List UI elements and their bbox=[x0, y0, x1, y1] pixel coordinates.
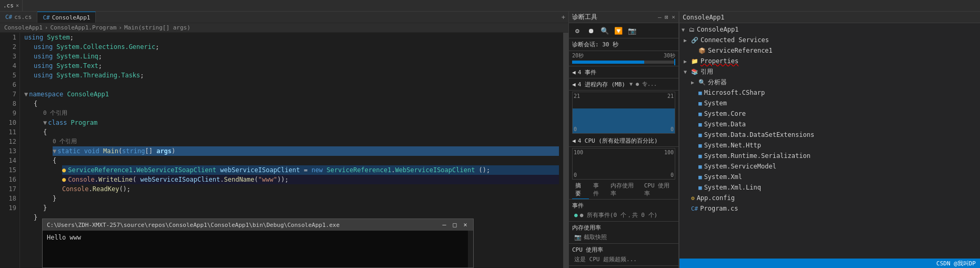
tree-item-system-net[interactable]: ■ System.Net.Http bbox=[679, 140, 980, 151]
expand-svcref bbox=[691, 48, 697, 54]
tree-item-system-svcmodel[interactable]: ■ System.ServiceModel bbox=[679, 161, 980, 172]
tab-cs-label[interactable]: .cs bbox=[3, 2, 14, 9]
tree-item-system-data-ext[interactable]: ■ System.Data.DataSetExtensions bbox=[679, 130, 980, 140]
icon-system-runtime: ■ bbox=[698, 153, 702, 160]
expand-system-runtime bbox=[691, 153, 697, 159]
tab-left-label: .cs × bbox=[0, 0, 23, 11]
cpu-hint-text: 这是 CPU 超频超频... bbox=[574, 255, 637, 263]
icon-root: 🗂 bbox=[689, 26, 695, 33]
tree-item-system-data[interactable]: ■ System.Data bbox=[679, 119, 980, 130]
tree-item-system-xml[interactable]: ■ System.Xml bbox=[679, 172, 980, 182]
timeline-indicator bbox=[674, 59, 675, 65]
tree-label-system-svcmodel: System.ServiceModel bbox=[704, 163, 776, 170]
expand-ms-csharp bbox=[691, 90, 697, 96]
tree-label-system-xml: System.Xml bbox=[704, 173, 742, 181]
icon-ms-csharp: ■ bbox=[698, 90, 702, 96]
diag-btn-settings[interactable]: ⚙ bbox=[572, 25, 583, 36]
tree-label-properties: Properties bbox=[701, 57, 738, 65]
diag-events-expand: ◀ bbox=[572, 69, 576, 76]
code-line-7: ▼ namespace ConsoleApp1 bbox=[24, 90, 559, 99]
diag-screenshot-btn[interactable]: 📷 截取快照 bbox=[572, 232, 675, 242]
tree-item-program-cs[interactable]: C# Program.cs bbox=[679, 203, 980, 214]
diag-memory-section: ◀ 4 进程内存 (MB) ▼ ● 专... bbox=[569, 78, 678, 91]
diag-events-bottom-header: 事件 bbox=[572, 201, 675, 210]
breadcrumb-class[interactable]: ConsoleApp1.Program bbox=[50, 24, 116, 31]
solution-explorer: ConsoleApp1 ▼ 🗂 ConsoleApp1 ▶ 🔗 Connecte… bbox=[679, 12, 980, 268]
expand-system-data bbox=[691, 122, 697, 127]
memory-max-left: 21 bbox=[574, 93, 580, 99]
diag-cpu-header[interactable]: ◀ 4 CPU (所有处理器的百分比) bbox=[572, 136, 675, 145]
tree-item-connected-services[interactable]: ▶ 🔗 Connected Services bbox=[679, 35, 980, 45]
expand-connected: ▶ bbox=[684, 37, 690, 43]
cpu-chart-container: 100 100 0 0 bbox=[569, 147, 678, 181]
screenshot-label: 截取快照 bbox=[584, 233, 607, 241]
tree-item-service-ref[interactable]: 📦 ServiceReference1 bbox=[679, 45, 980, 56]
diag-tab-memory[interactable]: 内存使用率 bbox=[607, 181, 639, 199]
tree-label-system-xml-linq: System.Xml.Linq bbox=[704, 184, 761, 191]
icon-system-data: ■ bbox=[698, 121, 702, 128]
diag-tab-summary[interactable]: 摘要 bbox=[572, 181, 589, 199]
diag-tab-events[interactable]: 事件 bbox=[590, 181, 607, 199]
tree-item-app-config[interactable]: ⚙ App.config bbox=[679, 193, 980, 203]
tree-label-app-config: App.config bbox=[697, 194, 735, 202]
solution-header: ConsoleApp1 bbox=[679, 12, 980, 23]
console-close-btn[interactable]: × bbox=[462, 221, 469, 229]
tree-item-properties[interactable]: ▶ 📁 Properties bbox=[679, 56, 980, 66]
code-line-9: ▼ class Program bbox=[43, 118, 559, 127]
tree-item-system[interactable]: ■ System bbox=[679, 98, 980, 108]
memory-max-right: 21 bbox=[667, 93, 674, 99]
cpu-max-left: 100 bbox=[574, 150, 583, 155]
tab-active-icon: C# bbox=[43, 14, 49, 21]
tree-item-root[interactable]: ▼ 🗂 ConsoleApp1 bbox=[679, 24, 980, 35]
expand-system-data-ext bbox=[691, 132, 697, 138]
diag-btn-record[interactable]: ⏺ bbox=[586, 25, 596, 36]
breadcrumb-method[interactable]: Main(string[] args) bbox=[124, 24, 191, 31]
expand-analyzer: ▶ bbox=[691, 80, 697, 85]
tree-item-refs[interactable]: ▼ 📚 引用 bbox=[679, 66, 980, 77]
timeline-bar[interactable] bbox=[572, 61, 675, 64]
solution-tree[interactable]: ▼ 🗂 ConsoleApp1 ▶ 🔗 Connected Services 📦… bbox=[679, 23, 980, 259]
code-line-ref1: 0 个引用 bbox=[43, 108, 559, 118]
expand-program-cs bbox=[684, 206, 690, 212]
diag-cpu-bottom: CPU 使用率 这是 CPU 超频超频... bbox=[569, 244, 678, 266]
code-line-5: using System.Threading.Tasks; bbox=[34, 71, 559, 80]
diag-tab-cpu[interactable]: CPU 使用率 bbox=[641, 181, 675, 199]
diag-memory-header[interactable]: ◀ 4 进程内存 (MB) ▼ ● 专... bbox=[572, 80, 675, 89]
editor-scrollbar[interactable] bbox=[563, 33, 568, 268]
new-tab-btn[interactable]: + bbox=[558, 14, 568, 21]
tree-item-system-runtime[interactable]: ■ System.Runtime.Serialization bbox=[679, 151, 980, 161]
diag-btn-screenshot[interactable]: 📷 bbox=[627, 25, 637, 36]
tree-item-ms-csharp[interactable]: ■ Microsoft.CSharp bbox=[679, 87, 980, 98]
console-minimize-btn[interactable]: — bbox=[441, 221, 448, 229]
icon-program-cs: C# bbox=[691, 205, 698, 212]
tab-active-file[interactable]: C# ConsoleApp1 bbox=[37, 12, 96, 23]
tree-item-system-core[interactable]: ■ System.Core bbox=[679, 108, 980, 119]
diag-events-header[interactable]: ◀ 4 事件 bbox=[572, 67, 675, 77]
code-editor[interactable]: 12345 6789 101112 1314151617 1819 using … bbox=[0, 33, 568, 268]
diagnostics-panel: 诊断工具 — ⊠ × ⚙ ⏺ 🔍 🔽 📷 诊断会话: 30 秒 20秒 30秒 bbox=[568, 12, 679, 268]
code-line-14: ● Console. WriteLine( webServiceISoapCli… bbox=[62, 175, 559, 184]
code-line-6 bbox=[24, 80, 559, 90]
tab-cs-file[interactable]: C# cs.cs bbox=[0, 12, 37, 23]
tab-file-icon: C# bbox=[5, 14, 12, 21]
icon-system-data-ext: ■ bbox=[698, 132, 702, 138]
diag-memory-usage-label: 内存使用率 bbox=[572, 224, 601, 232]
diag-pin-btn[interactable]: — ⊠ × bbox=[658, 14, 675, 21]
diag-btn-search[interactable]: 🔍 bbox=[599, 25, 610, 36]
console-scrollbar[interactable] bbox=[468, 231, 473, 267]
editor-tab-bar: C# cs.cs C# ConsoleApp1 + bbox=[0, 12, 568, 23]
diag-btn-filter[interactable]: 🔽 bbox=[613, 25, 624, 36]
timeline-fill bbox=[572, 61, 644, 64]
memory-chart-container: 21 21 0 0 bbox=[569, 91, 678, 135]
icon-system-xml-linq: ■ bbox=[698, 184, 702, 191]
console-maximize-btn[interactable]: □ bbox=[451, 221, 458, 229]
diag-cpu-section: ◀ 4 CPU (所有处理器的百分比) bbox=[569, 135, 678, 147]
expand-system-svcmodel bbox=[691, 164, 697, 170]
code-line-ref2: 0 个引用 bbox=[53, 137, 559, 146]
diag-cpu-label: 4 CPU (所有处理器的百分比) bbox=[578, 137, 658, 145]
console-title-bar: C:\Users\ZDH-XMXT-257\source\repos\Conso… bbox=[43, 219, 473, 231]
tree-item-analyzer[interactable]: ▶ 🔍 分析器 bbox=[679, 77, 980, 87]
console-body[interactable]: Hello www bbox=[43, 231, 473, 267]
tree-item-system-xml-linq[interactable]: ■ System.Xml.Linq bbox=[679, 182, 980, 193]
tab-cs-close[interactable]: × bbox=[16, 3, 19, 8]
